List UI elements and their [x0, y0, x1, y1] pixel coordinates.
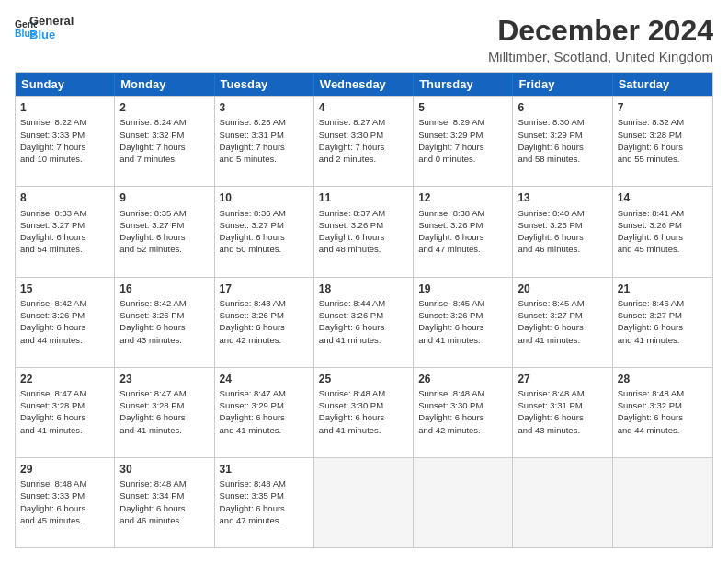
day-info: Sunrise: 8:48 AMSunset: 3:34 PMDaylight:…: [119, 477, 209, 526]
day-number: 18: [319, 282, 408, 296]
calendar-row-4: 22Sunrise: 8:47 AMSunset: 3:28 PMDayligh…: [16, 367, 712, 457]
day-cell-14: 14Sunrise: 8:41 AMSunset: 3:26 PMDayligh…: [613, 187, 712, 276]
day-info: Sunrise: 8:27 AMSunset: 3:30 PMDaylight:…: [319, 116, 408, 165]
day-info: Sunrise: 8:26 AMSunset: 3:31 PMDaylight:…: [220, 116, 309, 165]
calendar-row-3: 15Sunrise: 8:42 AMSunset: 3:26 PMDayligh…: [16, 277, 712, 367]
header: General Blue General Blue December 2024 …: [15, 15, 713, 64]
day-cell-28: 28Sunrise: 8:48 AMSunset: 3:32 PMDayligh…: [613, 368, 712, 457]
day-cell-19: 19Sunrise: 8:45 AMSunset: 3:26 PMDayligh…: [414, 278, 513, 367]
day-number: 15: [20, 282, 109, 296]
empty-cell: [314, 458, 414, 547]
empty-cell: [414, 458, 513, 547]
day-number: 2: [119, 100, 209, 115]
day-number: 23: [119, 372, 209, 386]
logo-line1: General: [29, 15, 74, 29]
day-cell-24: 24Sunrise: 8:47 AMSunset: 3:29 PMDayligh…: [215, 368, 314, 457]
day-number: 22: [20, 372, 109, 386]
day-info: Sunrise: 8:47 AMSunset: 3:28 PMDaylight:…: [119, 387, 209, 436]
day-info: Sunrise: 8:29 AMSunset: 3:29 PMDaylight:…: [418, 116, 507, 165]
day-info: Sunrise: 8:43 AMSunset: 3:26 PMDaylight:…: [220, 297, 309, 346]
day-cell-4: 4Sunrise: 8:27 AMSunset: 3:30 PMDaylight…: [314, 97, 414, 186]
day-number: 27: [518, 372, 607, 386]
day-cell-2: 2Sunrise: 8:24 AMSunset: 3:32 PMDaylight…: [115, 97, 214, 186]
day-cell-15: 15Sunrise: 8:42 AMSunset: 3:26 PMDayligh…: [16, 278, 115, 367]
logo-line2: Blue: [29, 29, 74, 42]
day-info: Sunrise: 8:48 AMSunset: 3:30 PMDaylight:…: [418, 387, 507, 436]
day-info: Sunrise: 8:36 AMSunset: 3:27 PMDaylight:…: [220, 207, 309, 256]
title-block: December 2024 Milltimber, Scotland, Unit…: [488, 15, 713, 64]
day-info: Sunrise: 8:33 AMSunset: 3:27 PMDaylight:…: [20, 207, 109, 256]
day-number: 10: [220, 190, 309, 205]
day-number: 16: [119, 282, 209, 296]
header-day-wednesday: Wednesday: [314, 73, 414, 96]
day-info: Sunrise: 8:48 AMSunset: 3:30 PMDaylight:…: [319, 387, 408, 436]
day-number: 25: [319, 372, 408, 386]
day-info: Sunrise: 8:48 AMSunset: 3:35 PMDaylight:…: [220, 477, 309, 526]
day-info: Sunrise: 8:42 AMSunset: 3:26 PMDaylight:…: [119, 297, 209, 346]
day-info: Sunrise: 8:48 AMSunset: 3:33 PMDaylight:…: [20, 477, 109, 526]
day-cell-11: 11Sunrise: 8:37 AMSunset: 3:26 PMDayligh…: [314, 187, 414, 276]
day-info: Sunrise: 8:45 AMSunset: 3:26 PMDaylight:…: [418, 297, 507, 346]
day-cell-16: 16Sunrise: 8:42 AMSunset: 3:26 PMDayligh…: [115, 278, 214, 367]
day-number: 7: [618, 100, 708, 115]
calendar-body: 1Sunrise: 8:22 AMSunset: 3:33 PMDaylight…: [16, 96, 712, 547]
day-info: Sunrise: 8:46 AMSunset: 3:27 PMDaylight:…: [618, 297, 708, 346]
day-cell-12: 12Sunrise: 8:38 AMSunset: 3:26 PMDayligh…: [414, 187, 513, 276]
day-number: 11: [319, 190, 408, 205]
day-number: 21: [618, 282, 708, 296]
day-cell-13: 13Sunrise: 8:40 AMSunset: 3:26 PMDayligh…: [513, 187, 612, 276]
logo: General Blue General Blue: [15, 15, 74, 42]
header-day-monday: Monday: [115, 73, 214, 96]
day-number: 26: [418, 372, 507, 386]
day-number: 20: [518, 282, 607, 296]
day-cell-22: 22Sunrise: 8:47 AMSunset: 3:28 PMDayligh…: [16, 368, 115, 457]
day-cell-17: 17Sunrise: 8:43 AMSunset: 3:26 PMDayligh…: [215, 278, 314, 367]
day-number: 8: [20, 190, 109, 205]
day-cell-8: 8Sunrise: 8:33 AMSunset: 3:27 PMDaylight…: [16, 187, 115, 276]
calendar-row-1: 1Sunrise: 8:22 AMSunset: 3:33 PMDaylight…: [16, 96, 712, 186]
day-number: 17: [220, 282, 309, 296]
day-info: Sunrise: 8:40 AMSunset: 3:26 PMDaylight:…: [518, 207, 607, 256]
day-info: Sunrise: 8:44 AMSunset: 3:26 PMDaylight:…: [319, 297, 408, 346]
day-cell-21: 21Sunrise: 8:46 AMSunset: 3:27 PMDayligh…: [613, 278, 712, 367]
day-info: Sunrise: 8:35 AMSunset: 3:27 PMDaylight:…: [119, 207, 209, 256]
day-info: Sunrise: 8:38 AMSunset: 3:26 PMDaylight:…: [418, 207, 507, 256]
day-info: Sunrise: 8:41 AMSunset: 3:26 PMDaylight:…: [618, 207, 708, 256]
page: General Blue General Blue December 2024 …: [0, 0, 728, 563]
day-cell-18: 18Sunrise: 8:44 AMSunset: 3:26 PMDayligh…: [314, 278, 414, 367]
day-number: 12: [418, 190, 507, 205]
day-number: 19: [418, 282, 507, 296]
day-cell-5: 5Sunrise: 8:29 AMSunset: 3:29 PMDaylight…: [414, 97, 513, 186]
calendar-row-2: 8Sunrise: 8:33 AMSunset: 3:27 PMDaylight…: [16, 186, 712, 276]
day-info: Sunrise: 8:47 AMSunset: 3:28 PMDaylight:…: [20, 387, 109, 436]
day-number: 1: [20, 100, 109, 115]
day-cell-27: 27Sunrise: 8:48 AMSunset: 3:31 PMDayligh…: [513, 368, 612, 457]
day-number: 3: [220, 100, 309, 115]
day-cell-10: 10Sunrise: 8:36 AMSunset: 3:27 PMDayligh…: [215, 187, 314, 276]
day-info: Sunrise: 8:30 AMSunset: 3:29 PMDaylight:…: [518, 116, 607, 165]
day-number: 4: [319, 100, 408, 115]
day-cell-1: 1Sunrise: 8:22 AMSunset: 3:33 PMDaylight…: [16, 97, 115, 186]
day-cell-25: 25Sunrise: 8:48 AMSunset: 3:30 PMDayligh…: [314, 368, 414, 457]
day-cell-6: 6Sunrise: 8:30 AMSunset: 3:29 PMDaylight…: [513, 97, 612, 186]
day-number: 24: [220, 372, 309, 386]
day-info: Sunrise: 8:48 AMSunset: 3:32 PMDaylight:…: [618, 387, 708, 436]
month-title: December 2024: [488, 15, 713, 47]
calendar-header: SundayMondayTuesdayWednesdayThursdayFrid…: [16, 73, 712, 96]
day-number: 29: [20, 462, 109, 477]
day-info: Sunrise: 8:48 AMSunset: 3:31 PMDaylight:…: [518, 387, 607, 436]
day-number: 28: [618, 372, 708, 386]
day-info: Sunrise: 8:22 AMSunset: 3:33 PMDaylight:…: [20, 116, 109, 165]
day-info: Sunrise: 8:24 AMSunset: 3:32 PMDaylight:…: [119, 116, 209, 165]
header-day-thursday: Thursday: [414, 73, 513, 96]
empty-cell: [513, 458, 612, 547]
day-info: Sunrise: 8:32 AMSunset: 3:28 PMDaylight:…: [618, 116, 708, 165]
day-info: Sunrise: 8:45 AMSunset: 3:27 PMDaylight:…: [518, 297, 607, 346]
day-info: Sunrise: 8:47 AMSunset: 3:29 PMDaylight:…: [220, 387, 309, 436]
header-day-friday: Friday: [513, 73, 612, 96]
day-cell-23: 23Sunrise: 8:47 AMSunset: 3:28 PMDayligh…: [115, 368, 214, 457]
day-number: 9: [119, 190, 209, 205]
day-number: 30: [119, 462, 209, 477]
day-number: 6: [518, 100, 607, 115]
day-cell-29: 29Sunrise: 8:48 AMSunset: 3:33 PMDayligh…: [16, 458, 115, 547]
